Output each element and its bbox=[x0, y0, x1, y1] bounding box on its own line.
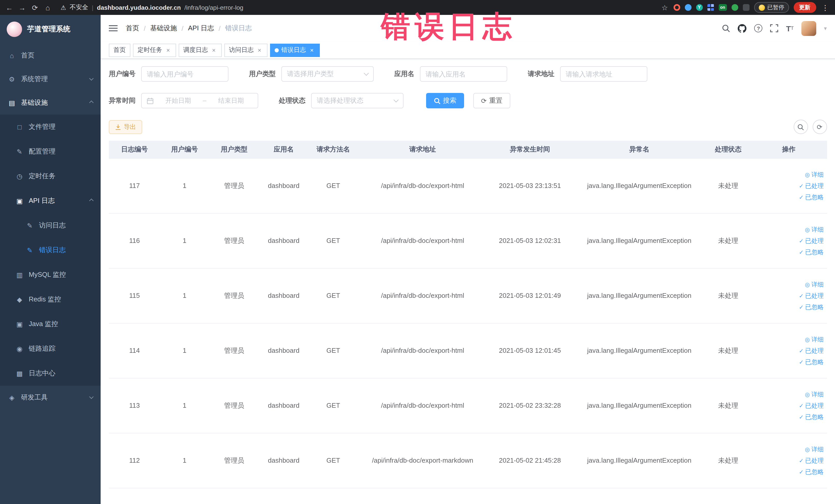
home-icon[interactable]: ⌂ bbox=[44, 3, 52, 12]
col-method: 请求方法名 bbox=[308, 141, 358, 158]
app-name-input[interactable] bbox=[420, 66, 507, 82]
action-detail[interactable]: ◎ 详细 bbox=[754, 224, 824, 235]
bookmark-star-icon[interactable]: ☆ bbox=[660, 3, 669, 12]
caret-down-icon[interactable]: ▾ bbox=[824, 25, 827, 32]
address-bar[interactable]: ⚠ 不安全 | dashboard.yudao.iocoder.cn/infra… bbox=[61, 3, 243, 12]
reload-icon[interactable]: ⟳ bbox=[31, 3, 39, 12]
api-log-icon: ▣ bbox=[15, 197, 24, 205]
close-icon[interactable]: × bbox=[308, 46, 315, 54]
action-processed[interactable]: ✓ 已处理 bbox=[754, 400, 824, 411]
error-log-table: 日志编号 用户编号 用户类型 应用名 请求方法名 请求地址 异常发生时间 异常名… bbox=[109, 141, 827, 488]
sidebar-item-home[interactable]: ⌂ 首页 bbox=[0, 44, 101, 67]
close-icon[interactable]: × bbox=[210, 46, 217, 54]
font-size-icon[interactable]: TT bbox=[786, 24, 794, 33]
reset-button[interactable]: ⟳ 重置 bbox=[473, 93, 510, 108]
app-window: 芋道管理系统 ⌂ 首页 ⚙ 系统管理 ▤ 基础设施 bbox=[0, 15, 835, 504]
table-toolbar: 导出 ⟳ bbox=[109, 120, 827, 134]
user-type-select[interactable]: 请选择用户类型 bbox=[281, 66, 374, 82]
search-button[interactable]: 搜索 bbox=[426, 93, 464, 108]
breadcrumb-current: 错误日志 bbox=[225, 24, 252, 33]
breadcrumb-item[interactable]: 首页 bbox=[126, 24, 139, 33]
cell-status: 未处理 bbox=[706, 213, 751, 268]
tab-dispatch-log[interactable]: 调度日志 × bbox=[179, 43, 222, 57]
export-button[interactable]: 导出 bbox=[109, 120, 142, 134]
refresh-button[interactable]: ⟳ bbox=[812, 120, 827, 134]
user-id-input[interactable] bbox=[141, 66, 228, 82]
action-ignored[interactable]: ✓ 已忽略 bbox=[754, 411, 824, 422]
close-icon[interactable]: × bbox=[165, 46, 171, 54]
github-icon[interactable] bbox=[738, 24, 747, 33]
tab-scheduled-task[interactable]: 定时任务 × bbox=[133, 43, 176, 57]
extensions-puzzle-icon[interactable] bbox=[742, 4, 749, 11]
sidebar-item-config-manage[interactable]: ✎ 配置管理 bbox=[0, 139, 101, 164]
chevron-down-icon bbox=[364, 70, 369, 76]
sidebar-item-scheduled-task[interactable]: ◷ 定时任务 bbox=[0, 164, 101, 188]
cell-operations: ◎ 详细 ✓ 已处理 ✓ 已忽略 bbox=[751, 213, 827, 268]
action-ignored[interactable]: ✓ 已忽略 bbox=[754, 191, 824, 203]
tab-label: 访问日志 bbox=[229, 46, 253, 55]
filter-request-url: 请求地址 bbox=[528, 66, 647, 82]
breadcrumb-item[interactable]: 基础设施 bbox=[150, 24, 177, 33]
sidebar-item-error-log[interactable]: ✎ 错误日志 bbox=[0, 238, 101, 262]
filter-row-2: 异常时间 开始日期 – 结束日期 处理状态 请选 bbox=[109, 93, 827, 108]
hamburger-icon[interactable] bbox=[109, 25, 118, 32]
breadcrumb-item[interactable]: API 日志 bbox=[188, 24, 214, 33]
sidebar-item-label: 基础设施 bbox=[21, 98, 48, 107]
sidebar-item-file-manage[interactable]: □ 文件管理 bbox=[0, 115, 101, 139]
more-menu-icon[interactable]: ⋮ bbox=[821, 3, 830, 12]
action-detail[interactable]: ◎ 详细 bbox=[754, 169, 824, 180]
action-processed[interactable]: ✓ 已处理 bbox=[754, 290, 824, 301]
sidebar-item-api-log[interactable]: ▣ API 日志 bbox=[0, 188, 101, 213]
action-detail[interactable]: ◎ 详细 bbox=[754, 279, 824, 290]
sidebar-item-mysql-monitor[interactable]: ▥ MySQL 监控 bbox=[0, 262, 101, 287]
process-status-select[interactable]: 请选择处理状态 bbox=[311, 93, 404, 108]
extension-icon[interactable]: Y bbox=[696, 4, 702, 11]
tab-access-log[interactable]: 访问日志 × bbox=[224, 43, 267, 57]
tools-icon: ◈ bbox=[8, 394, 16, 401]
extension-on-badge[interactable]: on bbox=[718, 4, 727, 11]
sidebar-item-infra[interactable]: ▤ 基础设施 bbox=[0, 91, 101, 115]
action-processed[interactable]: ✓ 已处理 bbox=[754, 345, 824, 356]
back-icon[interactable]: ← bbox=[5, 3, 13, 12]
sidebar-item-system[interactable]: ⚙ 系统管理 bbox=[0, 67, 101, 91]
action-ignored[interactable]: ✓ 已忽略 bbox=[754, 466, 824, 477]
sidebar-item-java-monitor[interactable]: ▣ Java 监控 bbox=[0, 312, 101, 336]
action-processed[interactable]: ✓ 已处理 bbox=[754, 180, 824, 191]
action-ignored[interactable]: ✓ 已忽略 bbox=[754, 246, 824, 258]
close-icon[interactable]: × bbox=[256, 46, 263, 54]
table-body: 117 1 管理员 dashboard GET /api/infra/db-do… bbox=[109, 158, 827, 488]
tab-error-log[interactable]: 错误日志 × bbox=[270, 43, 320, 57]
fullscreen-icon[interactable] bbox=[770, 24, 778, 32]
paused-badge[interactable]: 已暂停 bbox=[754, 2, 789, 13]
action-ignored[interactable]: ✓ 已忽略 bbox=[754, 356, 824, 367]
user-avatar[interactable] bbox=[801, 21, 816, 36]
extension-icon[interactable] bbox=[673, 4, 680, 11]
sidebar-item-dev-tools[interactable]: ◈ 研发工具 bbox=[0, 386, 101, 409]
forward-icon[interactable]: → bbox=[18, 3, 26, 12]
sidebar-item-redis-monitor[interactable]: ◆ Redis 监控 bbox=[0, 287, 101, 312]
cell-exception-name: java.lang.IllegalArgumentException bbox=[573, 158, 706, 213]
action-detail[interactable]: ◎ 详细 bbox=[754, 334, 824, 345]
request-url-input[interactable] bbox=[560, 66, 647, 82]
sidebar-item-label: 系统管理 bbox=[21, 75, 48, 84]
sidebar-item-label: 日志中心 bbox=[29, 369, 56, 378]
sidebar-item-log-center[interactable]: ▩ 日志中心 bbox=[0, 361, 101, 386]
sidebar-item-access-log[interactable]: ✎ 访问日志 bbox=[0, 213, 101, 238]
search-icon[interactable] bbox=[722, 24, 730, 32]
action-processed[interactable]: ✓ 已处理 bbox=[754, 455, 824, 466]
extension-icon[interactable] bbox=[707, 4, 714, 11]
cell-exception-time: 2021-05-03 23:13:51 bbox=[487, 158, 573, 213]
help-icon[interactable]: ? bbox=[754, 24, 762, 32]
extension-icon[interactable] bbox=[731, 4, 738, 11]
action-ignored[interactable]: ✓ 已忽略 bbox=[754, 301, 824, 313]
action-detail[interactable]: ◎ 详细 bbox=[754, 443, 824, 455]
extension-icon[interactable] bbox=[685, 4, 691, 11]
tab-home[interactable]: 首页 bbox=[109, 43, 130, 57]
toggle-search-button[interactable] bbox=[793, 120, 808, 134]
date-range-picker[interactable]: 开始日期 – 结束日期 bbox=[141, 93, 258, 108]
action-detail[interactable]: ◎ 详细 bbox=[754, 388, 824, 400]
action-label: 已处理 bbox=[805, 455, 824, 466]
update-button[interactable]: 更新 bbox=[793, 2, 816, 13]
sidebar-item-link-trace[interactable]: ◉ 链路追踪 bbox=[0, 336, 101, 361]
action-processed[interactable]: ✓ 已处理 bbox=[754, 235, 824, 246]
